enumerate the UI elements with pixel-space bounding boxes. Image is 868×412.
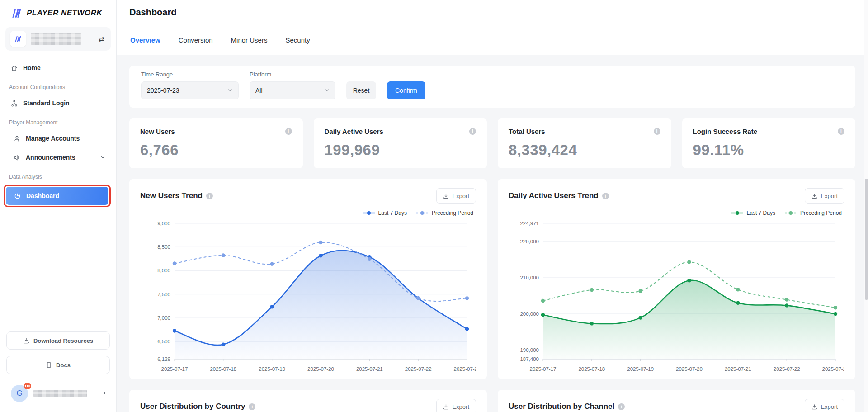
platform-label: Platform xyxy=(250,71,335,78)
svg-text:2025-07-22: 2025-07-22 xyxy=(405,366,432,372)
svg-text:190,000: 190,000 xyxy=(520,347,539,353)
page-title: Dashboard xyxy=(129,7,176,18)
info-icon[interactable] xyxy=(206,193,213,199)
pie-chart-icon xyxy=(14,193,21,199)
svg-text:220,000: 220,000 xyxy=(520,239,539,244)
chevron-right-icon xyxy=(102,389,107,398)
confirm-button[interactable]: Confirm xyxy=(387,81,425,99)
legend-item[interactable]: Preceding Period xyxy=(784,210,842,216)
svg-text:2025-07-18: 2025-07-18 xyxy=(210,366,236,372)
svg-text:6,129: 6,129 xyxy=(157,356,170,362)
speaker-icon xyxy=(14,154,20,161)
svg-text:2025-07-21: 2025-07-21 xyxy=(725,366,751,372)
stat-card-daily-active-users: Daily Active Users 199,969 xyxy=(314,118,487,168)
new-users-trend-card: New Users Trend Export Last 7 DaysPreced… xyxy=(129,179,487,379)
download-icon xyxy=(811,193,817,199)
download-icon xyxy=(811,404,817,410)
sidebar-item-manage-accounts[interactable]: Manage Accounts xyxy=(5,129,111,147)
sidebar-item-label: Home xyxy=(23,64,41,71)
time-range-select[interactable]: 2025-07-23 xyxy=(141,81,239,99)
export-button[interactable]: Export xyxy=(436,399,476,412)
annotation-highlight-box: Dashboard xyxy=(4,185,111,207)
sidebar-item-standard-login[interactable]: Standard Login xyxy=(5,94,111,112)
stat-title: Daily Active Users xyxy=(325,128,383,135)
bottom-row: User Distribution by Country Export User… xyxy=(129,390,855,412)
svg-text:200,000: 200,000 xyxy=(520,311,539,317)
reset-button[interactable]: Reset xyxy=(346,81,376,99)
info-icon[interactable] xyxy=(249,403,255,410)
download-icon xyxy=(443,404,449,410)
legend-item[interactable]: Last 7 Days xyxy=(731,210,775,216)
legend-item[interactable]: Last 7 Days xyxy=(363,210,407,216)
tab-overview[interactable]: Overview xyxy=(130,36,160,44)
svg-text:8,000: 8,000 xyxy=(157,268,170,273)
info-icon[interactable] xyxy=(618,403,625,410)
svg-text:187,480: 187,480 xyxy=(520,356,539,362)
docs-button[interactable]: Docs xyxy=(6,356,110,374)
svg-text:2025-07-17: 2025-07-17 xyxy=(161,366,188,372)
daily-active-users-trend-card: Daily Active Users Trend Export Last 7 D… xyxy=(498,179,855,379)
tab-security[interactable]: Security xyxy=(285,36,310,44)
tab-conversion[interactable]: Conversion xyxy=(179,36,213,44)
platform-value: All xyxy=(255,87,263,94)
stat-value: 8,339,424 xyxy=(509,142,660,159)
sidebar-section-account: Account Configurations xyxy=(5,78,111,94)
main-area: Dashboard Overview Conversion Minor User… xyxy=(117,0,868,412)
stat-card-login-success-rate: Login Success Rate 99.11% xyxy=(682,118,856,168)
svg-text:2025-07-19: 2025-07-19 xyxy=(259,366,285,372)
sidebar-item-home[interactable]: Home xyxy=(5,59,111,77)
svg-text:2025-07-20: 2025-07-20 xyxy=(307,366,334,372)
legend-item[interactable]: Preceding Period xyxy=(416,210,473,216)
chart-legend: Last 7 DaysPreceding Period xyxy=(509,210,842,216)
sidebar-item-dashboard[interactable]: Dashboard xyxy=(6,187,108,205)
svg-text:8,500: 8,500 xyxy=(157,244,170,250)
chart-legend: Last 7 DaysPreceding Period xyxy=(140,210,473,216)
chart-title: User Distribution by Channel xyxy=(509,402,614,411)
export-button[interactable]: Export xyxy=(436,188,476,204)
chart-title: Daily Active Users Trend xyxy=(509,191,599,200)
stat-value: 99.11% xyxy=(693,142,845,159)
stat-card-new-users: New Users 6,766 xyxy=(129,118,303,168)
line-chart: 9,0008,5008,0007,5007,0006,5006,1292025-… xyxy=(140,217,476,376)
download-resources-button[interactable]: Download Resources xyxy=(6,331,110,350)
info-icon[interactable] xyxy=(838,128,844,135)
swap-workspace-icon[interactable]: ⇄ xyxy=(99,35,104,43)
svg-text:7,500: 7,500 xyxy=(157,292,170,297)
download-icon xyxy=(443,193,449,199)
titlebar: Dashboard xyxy=(117,0,868,25)
export-button[interactable]: Export xyxy=(805,188,844,204)
info-icon[interactable] xyxy=(654,128,660,135)
user-icon xyxy=(14,135,20,142)
chevron-down-icon xyxy=(324,87,330,94)
sidebar: PLAYER NETWORK ⇄ Home Account Configurat xyxy=(0,0,117,412)
workspace-name-redacted xyxy=(31,33,81,45)
tab-minor-users[interactable]: Minor Users xyxy=(231,36,268,44)
sidebar-item-label: Standard Login xyxy=(23,99,70,107)
time-range-label: Time Range xyxy=(141,71,239,78)
export-label: Export xyxy=(821,403,838,410)
svg-text:2025-07-19: 2025-07-19 xyxy=(627,366,654,372)
brand: PLAYER NETWORK xyxy=(0,0,116,24)
scrollbar-thumb[interactable] xyxy=(865,179,868,300)
chart-title: User Distribution by Country xyxy=(140,402,245,411)
svg-text:2025-07-18: 2025-07-18 xyxy=(578,366,605,372)
branch-icon xyxy=(11,100,18,107)
svg-text:2025-07-20: 2025-07-20 xyxy=(676,366,703,372)
platform-select[interactable]: All xyxy=(250,81,335,99)
svg-text:7,000: 7,000 xyxy=(157,315,170,321)
sidebar-item-label: Announcements xyxy=(26,154,75,161)
user-profile-row[interactable]: G xyxy=(0,380,116,412)
info-icon[interactable] xyxy=(285,128,292,135)
notification-badge xyxy=(24,383,31,389)
filter-card: Time Range 2025-07-23 Platform All xyxy=(129,66,855,108)
sidebar-spacer xyxy=(0,208,116,331)
export-label: Export xyxy=(452,193,469,199)
info-icon[interactable] xyxy=(602,193,609,199)
stat-card-total-users: Total Users 8,339,424 xyxy=(498,118,671,168)
sidebar-section-player: Player Management xyxy=(5,113,111,129)
sidebar-item-announcements[interactable]: Announcements xyxy=(5,148,111,166)
sidebar-item-label: Manage Accounts xyxy=(26,135,80,142)
info-icon[interactable] xyxy=(469,128,476,135)
workspace-selector[interactable]: ⇄ xyxy=(5,27,111,51)
export-button[interactable]: Export xyxy=(805,399,844,412)
